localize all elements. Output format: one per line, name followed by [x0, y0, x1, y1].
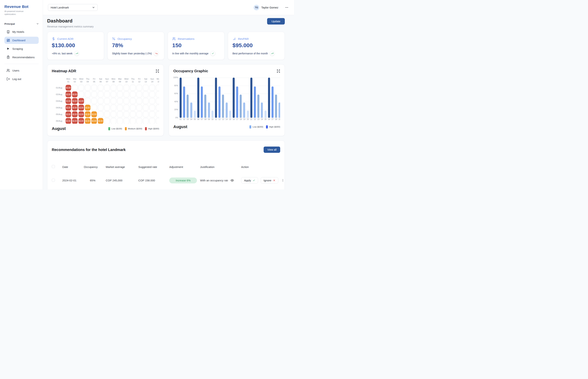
- heatmap-cell: $130: [72, 111, 77, 117]
- x-axis-label: 20: [246, 118, 250, 120]
- heatmap-cell: [85, 85, 90, 91]
- sidebar-item-label: My Hotels: [12, 31, 24, 33]
- metric-value: 78%: [112, 42, 160, 48]
- apply-button[interactable]: Apply: [241, 177, 258, 184]
- bar: [254, 86, 256, 118]
- heatmap-cell: [91, 105, 97, 111]
- x-axis-label: 10: [211, 118, 214, 120]
- bar: [187, 95, 189, 118]
- main-content: Dashboard Revenue management metrics sum…: [43, 15, 294, 190]
- heatmap-col-label: Fri12: [136, 78, 142, 84]
- sidebar-item-my-hotels[interactable]: My Hotels: [4, 28, 39, 35]
- heatmap-col-label: Wed10: [124, 78, 129, 84]
- heatmap-cell: [124, 118, 129, 124]
- user-area: TG Taylor Gomez: [254, 5, 288, 10]
- heatmap-cell: [156, 105, 159, 111]
- heatmap-cell: $130: [78, 98, 84, 104]
- heatmap-cell: $130: [72, 92, 77, 97]
- x-axis-label: 22: [253, 118, 256, 120]
- cell-market-average: COP 245,000: [103, 179, 135, 182]
- heatmap-cell: [91, 92, 97, 97]
- heatmap-col-label: Sat13: [143, 78, 149, 84]
- heatmap-cell: [124, 85, 129, 91]
- heatmap-cell: [85, 92, 90, 97]
- page-title: Dashboard: [47, 18, 94, 24]
- cell-date: 2024-02-01: [59, 179, 81, 182]
- bar: [257, 95, 259, 118]
- cell-adjustment: Increase 6%: [166, 177, 197, 183]
- recommendations-panel: Recommendations for the hotel Landmark V…: [47, 141, 285, 190]
- select-all-checkbox[interactable]: [52, 165, 55, 168]
- sidebar-item-scraping[interactable]: Scraping: [4, 45, 39, 52]
- sidebar-item-users[interactable]: Users: [4, 67, 39, 74]
- legend-item: Low ($200): [249, 125, 263, 128]
- heatmap-cell: [156, 118, 159, 124]
- trend-up-icon: [270, 51, 275, 56]
- avatar[interactable]: TG: [254, 5, 259, 10]
- x-axis-label: 23: [256, 118, 260, 120]
- eye-icon[interactable]: [230, 179, 234, 182]
- legend-item: High ($300): [145, 127, 159, 130]
- legend-swatch: [249, 125, 251, 128]
- metric-note: In line with the monthly average: [172, 52, 209, 55]
- sidebar-item-label: Log out: [12, 78, 21, 80]
- heatmap-cell: [136, 92, 142, 97]
- cell-action: Apply Ignore: [238, 177, 285, 184]
- heatmap-cell: [130, 105, 136, 111]
- heatmap-cell: [156, 92, 159, 97]
- bar: [236, 86, 238, 118]
- occupancy-panel: Occupancy Graphic 100%80%60%40%20%0% 010…: [169, 64, 285, 136]
- bar: [190, 102, 192, 118]
- bar-chart-icon: [232, 37, 236, 41]
- heatmap-cell: $130: [85, 105, 90, 111]
- sidebar-item-dashboard[interactable]: Dashboard: [4, 37, 39, 44]
- metric-value: $95.000: [232, 42, 280, 48]
- column-header-date: Date: [59, 165, 81, 169]
- heatmap-title: Heatmap ADR: [52, 69, 159, 73]
- sidebar-item-recommendations[interactable]: Recommendations: [4, 54, 39, 61]
- heatmap-cell: [156, 98, 159, 104]
- heatmap-cell: [143, 105, 149, 111]
- x-axis-label: 13: [221, 118, 225, 120]
- close-icon: [273, 179, 275, 182]
- expand-icon[interactable]: [277, 69, 280, 73]
- x-axis-label: 24: [260, 118, 264, 120]
- expand-icon[interactable]: [156, 69, 159, 73]
- heatmap-col-label: Sun07: [104, 78, 110, 84]
- view-all-button[interactable]: View all: [264, 146, 280, 153]
- heatmap-cell: [143, 98, 149, 104]
- ignore-button[interactable]: Ignore: [261, 177, 279, 184]
- update-button[interactable]: Update: [267, 18, 285, 25]
- check-icon: [210, 51, 215, 56]
- heatmap-cell: [104, 92, 110, 97]
- bar: [201, 86, 203, 118]
- heatmap-cell: [130, 98, 136, 104]
- sidebar-section-principal[interactable]: Principal: [4, 22, 39, 25]
- legend-swatch: [145, 127, 147, 130]
- bar: [211, 111, 213, 118]
- bar: [271, 86, 273, 118]
- kebab-menu-icon[interactable]: [281, 179, 285, 182]
- y-axis-label: 0%: [173, 116, 178, 119]
- heatmap-cell: [111, 85, 116, 91]
- heatmap-cell: $130: [78, 111, 84, 117]
- occupancy-chart: 100%80%60%40%20%0% 010203040506070809101…: [173, 77, 280, 123]
- app-tagline: AI-powered revenue optimization.: [4, 10, 30, 16]
- bar: [247, 111, 249, 118]
- hotel-selector[interactable]: Hotel Landmark: [48, 4, 98, 11]
- row-checkbox[interactable]: [52, 179, 55, 182]
- ellipsis-icon[interactable]: [285, 6, 288, 9]
- sidebar-item-logout[interactable]: Log out: [4, 75, 39, 83]
- heatmap-cell: [117, 92, 123, 97]
- legend-item: High ($300): [266, 125, 280, 128]
- heatmap-cell: [149, 111, 155, 117]
- x-axis-label: 02: [182, 118, 186, 120]
- heatmap-cell: [104, 118, 110, 124]
- bar: [183, 86, 185, 118]
- bar: [243, 102, 245, 118]
- heatmap-cell: [98, 105, 103, 111]
- heatmap-cell: $130: [91, 118, 97, 124]
- heatmap-wrap: Mon01Mar02Wed03Thu04Fri05Sat06Sun07Mon08…: [52, 78, 159, 124]
- heatmap-cell: [156, 111, 159, 117]
- sidebar-item-label: Dashboard: [12, 39, 25, 42]
